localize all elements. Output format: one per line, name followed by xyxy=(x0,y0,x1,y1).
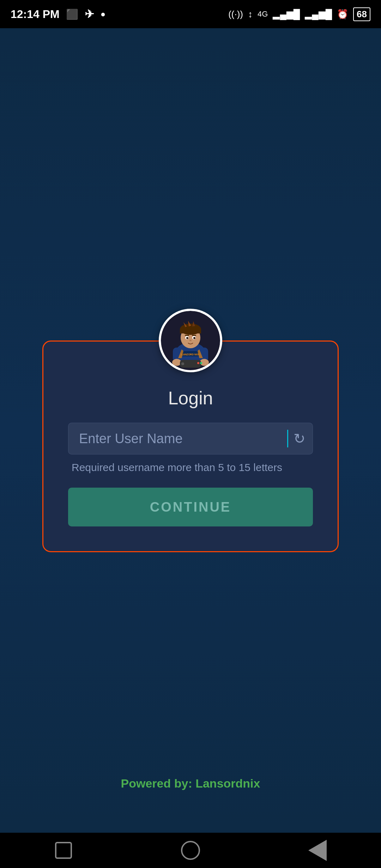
send-icon: ✈ xyxy=(85,7,94,21)
powered-by: Powered by: Lansordnix xyxy=(121,777,260,790)
network-icon: ↕ xyxy=(248,9,253,20)
svg-point-8 xyxy=(197,362,199,364)
time-display: 12:14 PM xyxy=(11,8,60,21)
signal-bars-icon: ▂▄▆█ xyxy=(273,9,300,20)
avatar-svg: LANZORD NXX xyxy=(162,312,219,369)
alarm-icon: ⏰ xyxy=(337,9,348,20)
validation-text: Required username more than 5 to 15 lett… xyxy=(72,462,282,474)
nav-bar xyxy=(0,833,381,868)
username-input-wrapper[interactable]: ↻ xyxy=(68,423,313,454)
svg-rect-12 xyxy=(180,329,201,333)
refresh-icon[interactable]: ↻ xyxy=(294,430,306,447)
dot-indicator: ● xyxy=(101,9,106,19)
svg-point-9 xyxy=(200,362,202,364)
status-right: ((·)) ↕ 4G ▂▄▆█ ▂▄▆█ ⏰ 68 xyxy=(228,7,370,21)
input-divider xyxy=(287,430,288,447)
login-card: Login ↻ Required username more than 5 to… xyxy=(42,340,339,552)
svg-point-18 xyxy=(186,337,188,339)
notification-icon: ⬛ xyxy=(66,8,78,20)
svg-point-7 xyxy=(181,362,184,365)
battery-indicator: 68 xyxy=(353,7,370,21)
username-input[interactable] xyxy=(75,428,282,450)
avatar: LANZORD NXX xyxy=(159,309,222,372)
nav-back-button[interactable] xyxy=(303,836,332,864)
wifi-icon: ((·)) xyxy=(228,9,243,20)
nav-recent-apps-button[interactable] xyxy=(49,836,78,864)
login-title: Login xyxy=(168,387,213,409)
svg-rect-20 xyxy=(185,335,189,336)
recent-apps-icon xyxy=(55,842,72,859)
powered-by-brand: Lansordnix xyxy=(195,777,260,790)
status-bar: 12:14 PM ⬛ ✈ ● ((·)) ↕ 4G ▂▄▆█ ▂▄▆█ ⏰ 68 xyxy=(0,0,381,28)
status-left: 12:14 PM ⬛ ✈ ● xyxy=(11,7,105,21)
nav-home-button[interactable] xyxy=(176,836,205,864)
signal-bars2-icon: ▂▄▆█ xyxy=(305,9,332,20)
svg-point-22 xyxy=(189,340,192,341)
svg-text:LANZORD NXX: LANZORD NXX xyxy=(182,353,200,356)
home-icon xyxy=(181,841,200,860)
login-card-wrapper: LANZORD NXX Login ↻ Required username mo… xyxy=(42,309,339,552)
main-content: LANZORD NXX Login ↻ Required username mo… xyxy=(0,28,381,833)
avatar-inner: LANZORD NXX xyxy=(161,311,220,370)
continue-button[interactable]: CONTINUE xyxy=(68,488,313,526)
back-icon xyxy=(308,840,327,861)
svg-point-19 xyxy=(193,337,195,339)
powered-by-label: Powered by: xyxy=(121,777,196,790)
svg-rect-21 xyxy=(192,335,196,336)
signal-4g-icon: 4G xyxy=(258,10,268,19)
